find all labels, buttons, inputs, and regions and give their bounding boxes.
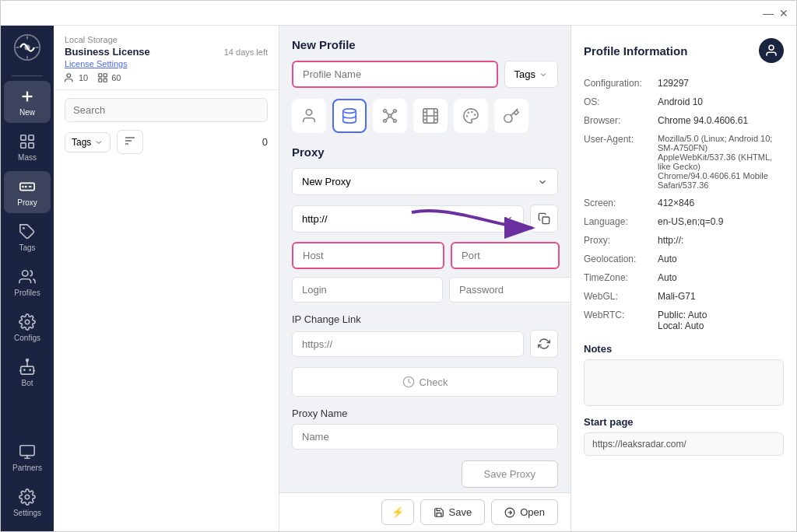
sidebar-item-configs[interactable]: Configs: [4, 306, 51, 348]
password-input[interactable]: [449, 277, 571, 303]
info-label-webrtc: WebRTC:: [584, 306, 658, 335]
info-row-os: OS: Android 10: [584, 93, 784, 111]
notes-textarea[interactable]: [584, 359, 784, 406]
port-input[interactable]: [451, 242, 560, 269]
info-table: Configuration: 129297 OS: Android 10 Bro…: [584, 74, 784, 335]
left-panel: Local Storage Business License 14 days l…: [54, 26, 279, 531]
svg-point-52: [468, 112, 469, 113]
save-button[interactable]: Save: [420, 499, 486, 525]
save-proxy-row: Save Proxy: [292, 460, 558, 488]
bottom-bar: ⚡ Save Open: [279, 492, 571, 531]
svg-point-35: [394, 110, 397, 113]
svg-point-22: [25, 495, 30, 499]
start-page-input[interactable]: [584, 432, 784, 456]
tab-appearance[interactable]: [454, 99, 488, 133]
tags-form-label: Tags: [514, 68, 535, 80]
sidebar-partners-label: Partners: [12, 464, 42, 472]
ip-change-input[interactable]: [292, 331, 524, 357]
check-button[interactable]: Check: [292, 367, 558, 397]
profile-name-input[interactable]: [292, 61, 498, 88]
copy-button[interactable]: [530, 205, 558, 233]
login-input[interactable]: [292, 277, 443, 303]
tags-dropdown[interactable]: Tags: [65, 132, 111, 152]
close-button[interactable]: ✕: [778, 7, 790, 19]
info-label-screen: Screen:: [584, 194, 658, 212]
search-input[interactable]: [65, 98, 268, 122]
info-value-proxy: http://:: [658, 231, 784, 250]
sidebar-bot-label: Bot: [21, 379, 33, 387]
svg-point-51: [475, 114, 476, 115]
save-label: Save: [449, 506, 472, 518]
ip-change-row: [292, 330, 558, 358]
login-pass-row: [292, 277, 558, 303]
sort-button[interactable]: [117, 130, 143, 154]
license-settings-link[interactable]: License Settings: [65, 59, 128, 68]
svg-rect-27: [104, 79, 107, 82]
svg-point-59: [769, 45, 774, 50]
svg-point-37: [394, 120, 397, 123]
info-row-webgl: WebGL: Mali-G71: [584, 287, 784, 306]
svg-rect-4: [21, 135, 26, 139]
svg-point-14: [25, 320, 30, 324]
svg-point-13: [23, 270, 28, 275]
proxy-type-select[interactable]: New Proxy: [292, 168, 558, 195]
tab-network[interactable]: [373, 99, 407, 133]
svg-rect-24: [99, 74, 102, 77]
lightning-button[interactable]: ⚡: [381, 499, 414, 525]
svg-point-1: [24, 44, 30, 50]
minimize-button[interactable]: —: [762, 7, 774, 19]
sidebar-item-new[interactable]: New: [4, 81, 51, 123]
protocol-select[interactable]: http://: [292, 205, 524, 233]
svg-rect-5: [29, 135, 33, 139]
proxy-select-row: New Proxy: [292, 168, 558, 195]
svg-point-31: [306, 110, 311, 115]
info-value-browser: Chrome 94.0.4606.61: [658, 111, 784, 130]
svg-point-32: [343, 109, 356, 114]
sidebar-item-settings[interactable]: Settings: [4, 481, 51, 523]
titlebar: — ✕: [1, 1, 796, 26]
new-profile-title: New Profile: [292, 38, 558, 51]
profile-avatar[interactable]: [759, 38, 784, 63]
sidebar-configs-label: Configs: [14, 334, 40, 342]
storage-label: Local Storage: [65, 35, 268, 44]
sidebar-divider: [12, 75, 43, 76]
sidebar-item-mass[interactable]: Mass: [4, 126, 51, 168]
sidebar-item-profiles[interactable]: Profiles: [4, 261, 51, 303]
tab-security[interactable]: [494, 99, 528, 133]
svg-rect-6: [21, 142, 26, 147]
sidebar-item-proxy[interactable]: Proxy: [4, 171, 51, 213]
app-logo: [12, 32, 43, 63]
refresh-button[interactable]: [530, 330, 558, 358]
sidebar-item-partners[interactable]: Partners: [4, 436, 51, 478]
info-row-timezone: TimeZone: Auto: [584, 268, 784, 287]
tags-form-dropdown[interactable]: Tags: [504, 61, 558, 88]
proxy-name-input[interactable]: [292, 424, 558, 450]
host-input[interactable]: [292, 242, 444, 269]
days-left: 14 days left: [224, 47, 268, 57]
protocol-value: http://: [302, 213, 328, 225]
sidebar-item-tags[interactable]: Tags: [4, 216, 51, 258]
count-badge: 0: [262, 136, 268, 148]
icon-tabs: [292, 99, 558, 133]
check-label: Check: [420, 376, 448, 388]
sidebar-item-bot[interactable]: Bot: [4, 352, 51, 394]
proxy-section-title: Proxy: [292, 145, 558, 159]
tab-person[interactable]: [292, 99, 326, 133]
open-button[interactable]: Open: [491, 499, 558, 525]
profiles-count: 60: [111, 73, 121, 82]
profile-name-row: Tags: [292, 61, 558, 88]
info-panel-title: Profile Information: [584, 44, 687, 58]
proxy-name-label: Proxy Name: [292, 408, 558, 419]
info-value-os: Android 10: [658, 93, 784, 111]
save-proxy-button[interactable]: Save Proxy: [462, 460, 558, 488]
form-panel: New Profile Tags: [279, 26, 571, 492]
svg-rect-21: [20, 445, 34, 455]
protocol-row: http://: [292, 205, 558, 233]
sidebar-profiles-label: Profiles: [14, 289, 40, 297]
tab-proxy[interactable]: [332, 99, 367, 133]
ip-change-label: IP Change Link: [292, 313, 558, 325]
info-row-browser: Browser: Chrome 94.0.4606.61: [584, 111, 784, 130]
info-label-timezone: TimeZone:: [584, 268, 658, 287]
svg-point-34: [384, 110, 387, 113]
tab-media[interactable]: [413, 99, 448, 133]
